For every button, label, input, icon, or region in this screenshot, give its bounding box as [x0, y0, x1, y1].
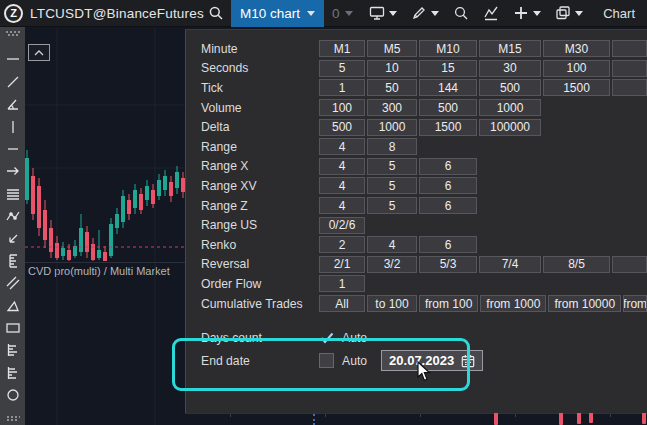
interval-cell[interactable]: 6 — [419, 158, 477, 175]
interval-cell[interactable]: M5 — [367, 40, 417, 57]
interval-cell[interactable]: 5 — [367, 158, 417, 175]
interval-cell[interactable]: M30 — [543, 40, 610, 57]
interval-cell[interactable]: 500 — [319, 119, 365, 136]
parallel-lines-icon[interactable] — [4, 274, 22, 292]
chart-tab-label: Chart — [603, 6, 635, 21]
end-date-row: End date Auto 20.07.2023 — [186, 349, 647, 372]
interval-cell[interactable]: 500 — [419, 99, 477, 116]
interval-cell[interactable]: 1000 — [479, 99, 541, 116]
interval-cell[interactable]: 1000 — [367, 119, 417, 136]
hatch-pattern-icon[interactable] — [4, 28, 22, 46]
interval-cell[interactable]: 1500 — [543, 79, 610, 96]
interval-cell[interactable]: 4 — [319, 158, 365, 175]
interval-cell[interactable]: M10 — [419, 40, 477, 57]
calendar-icon[interactable] — [461, 354, 475, 368]
interval-cell[interactable]: 8/5 — [543, 256, 610, 273]
angle-icon[interactable] — [4, 95, 22, 113]
vertical-line-icon[interactable] — [4, 118, 22, 136]
line-chart-button[interactable] — [477, 0, 505, 27]
interval-cell[interactable]: 2 — [319, 236, 365, 253]
rectangle-icon[interactable] — [4, 319, 22, 337]
triangle-icon[interactable] — [4, 297, 22, 315]
ellipse-icon[interactable] — [4, 386, 22, 404]
volume-profile2-icon[interactable] — [4, 364, 22, 382]
collapse-panel-button[interactable] — [28, 44, 50, 61]
interval-cell[interactable]: 5/3 — [419, 256, 477, 273]
horizontal-line-icon[interactable] — [4, 50, 22, 68]
layers-button[interactable] — [549, 0, 589, 27]
interval-rows: MinuteM1M5M10M15M30Seconds5101530100Tick… — [186, 30, 647, 313]
interval-cell[interactable]: 15 — [419, 60, 477, 77]
end-date-field[interactable]: 20.07.2023 — [381, 350, 483, 371]
interval-cell[interactable]: 4 — [319, 177, 365, 194]
interval-cell[interactable]: from 100 — [419, 295, 478, 312]
interval-cell[interactable] — [612, 60, 647, 77]
interval-cell[interactable]: 0/2/6 — [319, 217, 365, 234]
interval-cell[interactable]: 6 — [419, 236, 477, 253]
interval-cell[interactable]: to 100 — [367, 295, 417, 312]
interval-cell[interactable]: M15 — [479, 40, 541, 57]
interval-cell[interactable]: 6 — [419, 197, 477, 214]
instrument-name[interactable]: LTCUSDT@BinanceFutures — [30, 6, 204, 21]
dashes-icon[interactable] — [4, 409, 22, 425]
volume-profile-icon[interactable] — [4, 341, 22, 359]
interval-cell[interactable]: 1500 — [419, 119, 477, 136]
interval-cell[interactable] — [612, 40, 647, 57]
interval-cell[interactable]: 5 — [367, 197, 417, 214]
interval-row: Range US0/2/6 — [186, 215, 647, 235]
pencil-button[interactable] — [405, 0, 445, 27]
interval-cell[interactable]: from 10000 — [548, 295, 621, 312]
days-count-auto-checkbox[interactable] — [319, 330, 334, 345]
lines-stack-icon[interactable] — [4, 185, 22, 203]
interval-cell[interactable] — [612, 256, 647, 273]
interval-cell[interactable]: 300 — [367, 99, 417, 116]
interval-row: Range XV456 — [186, 176, 647, 196]
interval-cell[interactable]: 4 — [319, 138, 365, 155]
session-marker — [313, 414, 315, 425]
polyline-icon[interactable] — [4, 207, 22, 225]
counter-value: 0 — [332, 6, 340, 21]
zoom-button[interactable] — [447, 0, 475, 27]
interval-cell[interactable]: 50 — [367, 79, 417, 96]
interval-cell[interactable]: 100000 — [479, 119, 541, 136]
end-date-auto-checkbox[interactable] — [319, 353, 334, 368]
interval-cell[interactable]: 100 — [319, 99, 365, 116]
interval-cell[interactable]: 6 — [419, 177, 477, 194]
interval-cell[interactable]: 4 — [367, 236, 417, 253]
interval-cell[interactable]: 2/1 — [319, 256, 365, 273]
interval-cell[interactable]: All — [319, 295, 365, 312]
chart-type-dropdown[interactable]: M10 chart — [231, 0, 324, 27]
interval-cell[interactable] — [612, 79, 647, 96]
layers-icon — [555, 5, 571, 21]
interval-cell[interactable]: 10 — [367, 60, 417, 77]
search-icon[interactable] — [204, 0, 228, 27]
interval-cell[interactable]: 1 — [319, 79, 365, 96]
pointer-arrow-icon[interactable] — [4, 230, 22, 248]
interval-cell[interactable]: 1 — [319, 275, 365, 292]
interval-cell[interactable]: 30 — [479, 60, 541, 77]
trend-line-icon[interactable] — [4, 73, 22, 91]
arrow-right-icon[interactable] — [4, 162, 22, 180]
interval-cell[interactable]: 500 — [479, 79, 541, 96]
line-chart-icon — [483, 5, 499, 21]
interval-cell[interactable]: 3/2 — [367, 256, 417, 273]
interval-cells: 50010001500100000 — [319, 119, 647, 136]
interval-cell[interactable]: 5 — [319, 60, 365, 77]
interval-row: Range48 — [186, 137, 647, 157]
monitor-button[interactable] — [363, 0, 403, 27]
interval-cell[interactable]: 4 — [319, 197, 365, 214]
app-logo-icon[interactable]: Z — [4, 4, 23, 23]
interval-cell[interactable]: M1 — [319, 40, 365, 57]
counter-dropdown[interactable]: 0 — [324, 6, 362, 21]
interval-row: Seconds5101530100 — [186, 59, 647, 79]
short-line-icon[interactable] — [4, 140, 22, 158]
ruler-icon[interactable] — [4, 252, 22, 270]
plus-button[interactable] — [507, 0, 547, 27]
interval-cell[interactable]: 5 — [367, 177, 417, 194]
interval-cell[interactable]: 8 — [367, 138, 417, 155]
interval-cell[interactable]: from — [623, 295, 647, 312]
interval-cell[interactable]: 144 — [419, 79, 477, 96]
interval-cell[interactable]: from 1000 — [480, 295, 546, 312]
interval-cell[interactable]: 100 — [543, 60, 610, 77]
interval-cell[interactable]: 7/4 — [479, 256, 541, 273]
